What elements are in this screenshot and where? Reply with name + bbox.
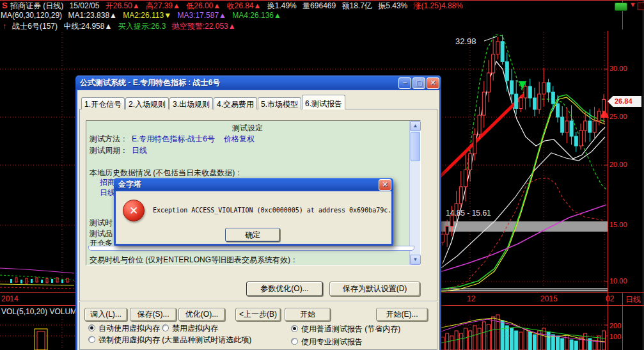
report-fragment-time: 测试时 — [90, 218, 113, 228]
price-axis-tick: 10.00 — [609, 277, 627, 285]
ma4-value: MA4:26.136▲ — [232, 11, 281, 20]
load-button[interactable]: 调入(L)... — [84, 308, 127, 321]
test-period-value: 日线 — [132, 145, 147, 156]
error-close-button[interactable]: ✕ — [379, 179, 391, 191]
period-label: 日线 — [625, 294, 641, 305]
scroll-down-button[interactable]: ▼ — [410, 255, 421, 265]
error-icon: ✕ — [123, 200, 145, 221]
date-axis-tick: 02 — [606, 294, 614, 303]
error-dialog-title: 金字塔 — [118, 179, 377, 190]
report-fragment-symbol: 招商 — [100, 177, 115, 188]
close-icon: ✕ — [430, 79, 436, 86]
ma1-value: MA1:23.838▲ — [68, 11, 117, 20]
save-button[interactable]: 保存(S)... — [130, 308, 177, 321]
low-price: 低26.00▲ — [186, 1, 221, 10]
test-period-label: 测试周期： — [90, 145, 128, 156]
amplitude-value: 振5.43% — [378, 1, 407, 10]
date-axis-tick: 2015 — [540, 294, 558, 303]
short-warning-value: 抛空预警:22.053▲ — [172, 22, 236, 31]
ma-params-label: MA(60,30,120,29) — [1, 11, 62, 20]
dialog-title: 公式测试系统 - E.专用特色指标 : 战士6号 — [80, 77, 397, 88]
minimize-button[interactable]: – — [398, 77, 411, 89]
radio-pro-report[interactable] — [291, 338, 298, 345]
midline-value: 中线:24.958▲ — [63, 22, 112, 31]
date-axis-tick: 12 — [467, 294, 475, 303]
minimize-icon: – — [403, 79, 407, 86]
scroll-up-button[interactable]: ▲ — [410, 121, 421, 131]
report-fragment-period: 日线 — [100, 187, 115, 198]
pin-icon[interactable]: ▼ — [629, 1, 636, 8]
indicator-name: 战士6号(157) — [12, 22, 58, 31]
tab-market-model[interactable]: 5.市场模型 — [258, 97, 301, 109]
quote-info-row: 招商证券 (日线) 15/02/05 开26.50▲ 高27.39▲ 低26.0… — [10, 1, 463, 12]
tab-trade-cost[interactable]: 4.交易费用 — [214, 97, 257, 109]
current-price-tag: 26.84 — [608, 96, 641, 107]
range-annotation: 14.85 - 15.61 — [446, 209, 491, 218]
save-default-button[interactable]: 保存为默认设置(D) — [329, 282, 420, 296]
price-axis-tick: 15.00 — [609, 221, 627, 228]
board-icon[interactable] — [615, 3, 627, 11]
buy-signal-value: 买入提示:26.3 — [118, 22, 166, 31]
up-arrow-icon: ↑ — [3, 22, 6, 31]
report-heading: 测试设定 — [232, 123, 263, 134]
volume-indicator-label: VOL(5,10,20) VOLUME — [1, 307, 82, 316]
method-extra: 价格复权 — [224, 134, 255, 145]
scrollbar-thumb[interactable] — [411, 132, 420, 161]
trade-timing-line: 交易时机与价位 (仅对ENTERLONG等旧图表交易系统有效)： — [90, 255, 298, 266]
back-button[interactable]: <上一步(B) — [235, 308, 281, 321]
ma2-value: MA2:26.113▼ — [123, 11, 171, 20]
scroll-down-icon: ▼ — [413, 257, 418, 262]
inner-listbox-bottom — [88, 246, 414, 251]
price-axis-tick: 20.00 — [609, 161, 627, 168]
change-value: 涨(1.25)4.88% — [414, 1, 463, 10]
dialog-divider — [79, 301, 437, 302]
radio-disable-virtual-memory-label[interactable]: 禁用虚拟内存 — [172, 323, 218, 334]
optimize-button[interactable]: 优化(O)... — [178, 308, 225, 321]
price-axis-tick: 30.00 — [609, 65, 627, 72]
radio-auto-virtual-memory[interactable] — [88, 324, 95, 331]
radio-normal-report[interactable] — [291, 325, 298, 332]
indicator-info-row: ↑ 战士6号(157) 中线:24.958▲ 买入提示:26.3 抛空预警:22… — [3, 21, 236, 32]
peak-price-annotation: 32.98 — [455, 36, 476, 46]
maximize-icon: ▢ — [416, 79, 422, 86]
dialog-titlebar[interactable]: 公式测试系统 - E.专用特色指标 : 战士6号 – ▢ ✕ — [75, 76, 441, 90]
tab-test-report[interactable]: 6.测试报告 — [302, 95, 345, 109]
quote-date: 15/02/05 — [70, 1, 100, 10]
error-ok-button[interactable]: 确定 — [225, 228, 280, 242]
error-message: Exception ACCESS_VIOLATION (0xc0000005) … — [153, 207, 391, 214]
dialog-tabs: 1.开仓信号 2.入场规则 3.出场规则 4.交易费用 5.市场模型 6.测试报… — [81, 95, 346, 109]
radio-normal-report-label[interactable]: 使用普通测试报告 (节省内存) — [301, 324, 400, 335]
start-button[interactable]: 开始 — [285, 308, 331, 321]
radio-disable-virtual-memory[interactable] — [162, 324, 169, 331]
amount-value: 额18.7亿 — [342, 1, 372, 10]
high-price: 高27.39▲ — [146, 1, 180, 10]
radio-force-virtual-memory[interactable] — [88, 336, 95, 343]
close-price: 收26.84▲ — [226, 1, 261, 10]
start-extended-button[interactable]: 开始(E)... — [376, 308, 428, 321]
ma3-value: MA3:17.587▲ — [177, 11, 226, 20]
error-dialog-titlebar[interactable]: 金字塔 ✕ — [114, 178, 393, 191]
trading-app-window: 32.98 14.85 - 15.61 30.00 25.00 20.00 15… — [0, 0, 644, 350]
turnover-rate: 换1.49% — [267, 1, 297, 10]
close-button[interactable]: ✕ — [427, 77, 439, 89]
date-axis-tick: 2014 — [1, 294, 19, 303]
error-close-icon: ✕ — [382, 180, 388, 188]
report-scrollbar[interactable]: ▲ ▼ — [409, 121, 420, 265]
method-label: 测试方法： — [90, 134, 128, 145]
tab-entry-rules[interactable]: 2.入场规则 — [125, 97, 169, 109]
open-price: 开26.50▲ — [106, 1, 140, 10]
method-value: E.专用特色指标-战士6号 — [132, 134, 215, 145]
volume-value: 量696469 — [302, 1, 336, 10]
maximize-button[interactable]: ▢ — [412, 77, 425, 89]
radio-pro-report-label[interactable]: 使用专业测试报告 — [301, 337, 363, 347]
optimize-params-button[interactable]: 参数优化(O)... — [246, 282, 323, 296]
radio-force-virtual-memory-label[interactable]: 强制使用虚拟内存 (大量品种测试时请选此项) — [98, 335, 251, 346]
radio-auto-virtual-memory-label[interactable]: 自动使用虚拟内存 — [98, 323, 160, 334]
volume-axis-tick: 100 — [609, 333, 621, 340]
partial-window-icon — [638, 3, 644, 10]
ma-info-row: MA(60,30,120,29) MA1:23.838▲ MA2:26.113▼… — [1, 11, 281, 20]
price-axis-tick: 25.00 — [609, 113, 627, 120]
tab-exit-rules[interactable]: 3.出场规则 — [169, 97, 213, 109]
symbol-name: 招商证券 (日线) — [10, 1, 63, 10]
tab-open-signal[interactable]: 1.开仓信号 — [81, 97, 125, 109]
